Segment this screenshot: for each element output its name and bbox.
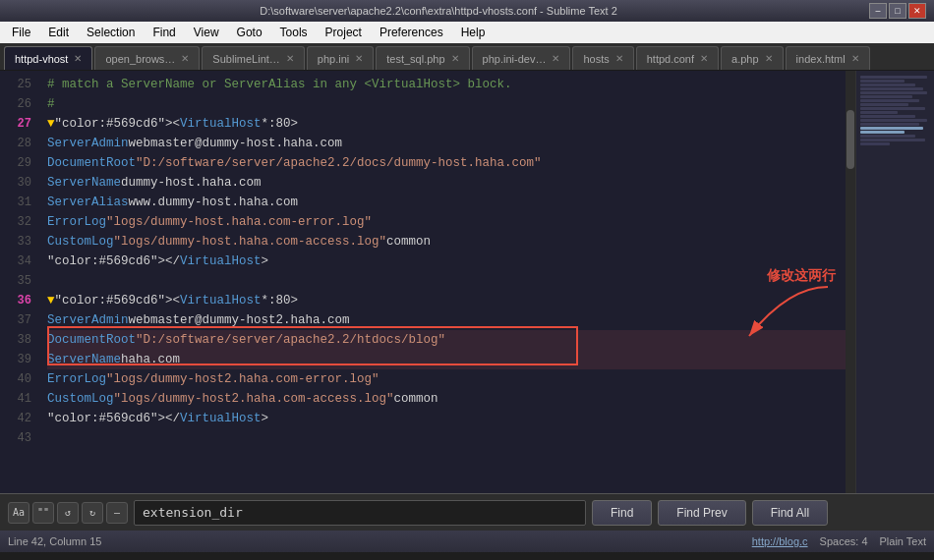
menu-view[interactable]: View	[186, 24, 227, 41]
title-bar: D:\software\server\apache2.2\conf\extra\…	[0, 0, 934, 22]
find-bar: Aa""↺↻– Find Find Prev Find All	[0, 493, 934, 531]
line-num-29: 29	[0, 153, 31, 173]
spaces-indicator: Spaces: 4	[820, 535, 868, 547]
find-all-button[interactable]: Find All	[752, 500, 828, 526]
window-controls: – □ ✕	[869, 3, 926, 19]
line-num-30: 30	[0, 173, 31, 193]
tab-SublimeLint[interactable]: SublimeLint…✕	[202, 46, 304, 70]
line-num-32: 32	[0, 212, 31, 232]
line-num-38: 38	[0, 330, 31, 350]
code-line-43	[47, 428, 846, 448]
code-line-36: ▼ "color:#569cd6"><VirtualHost *:80>	[47, 291, 846, 310]
vertical-scrollbar[interactable]	[846, 71, 855, 493]
line-num-31: 31	[0, 193, 31, 212]
code-line-29: DocumentRoot "D:/software/server/apache2…	[47, 153, 846, 173]
tab-openbrows[interactable]: open_brows…✕	[94, 46, 200, 70]
line-num-37: 37	[0, 310, 31, 330]
line-num-33: 33	[0, 232, 31, 252]
cursor-position: Line 42, Column 15	[8, 535, 101, 547]
minimize-button[interactable]: –	[869, 3, 887, 19]
menu-bar: File Edit Selection Find View Goto Tools…	[0, 22, 934, 43]
code-line-30: ServerName dummy-host.haha.com	[47, 173, 846, 193]
maximize-button[interactable]: □	[889, 3, 906, 19]
tab-phpinidev[interactable]: php.ini-dev…✕	[472, 46, 571, 70]
find-prev-button[interactable]: Find Prev	[658, 500, 745, 526]
editor-container: 25262728293031323334353637383940414243 #…	[0, 71, 934, 493]
find-opt-4[interactable]: –	[106, 502, 128, 524]
status-left: Line 42, Column 15	[8, 535, 101, 547]
code-line-32: ErrorLog "logs/dummy-host.haha.com-error…	[47, 212, 846, 232]
line-num-25: 25	[0, 75, 31, 94]
code-line-26: #	[47, 94, 846, 114]
line-num-41: 41	[0, 389, 31, 409]
code-line-39: ServerName haha.com	[47, 350, 846, 369]
menu-help[interactable]: Help	[453, 24, 494, 41]
find-opt-1[interactable]: ""	[32, 502, 54, 524]
tab-httpdvhost[interactable]: httpd-vhost✕	[4, 46, 92, 70]
code-line-27: ▼ "color:#569cd6"><VirtualHost *:80>	[47, 114, 846, 134]
tab-aphp[interactable]: a.php✕	[721, 46, 784, 70]
menu-goto[interactable]: Goto	[229, 24, 270, 41]
minimap	[855, 71, 934, 493]
line-num-26: 26	[0, 94, 31, 114]
find-opt-2[interactable]: ↺	[57, 502, 79, 524]
find-input-wrapper	[134, 500, 586, 526]
line-num-40: 40	[0, 369, 31, 389]
code-line-31: ServerAlias www.dummy-host.haha.com	[47, 193, 846, 212]
tab-testsqlphp[interactable]: test_sql.php✕	[376, 46, 469, 70]
menu-find[interactable]: Find	[145, 24, 183, 41]
status-right: http://blog.c Spaces: 4 Plain Text	[752, 535, 926, 547]
line-num-39: 39	[0, 350, 31, 369]
menu-tools[interactable]: Tools	[272, 24, 316, 41]
close-button[interactable]: ✕	[908, 3, 926, 19]
line-num-43: 43	[0, 428, 31, 448]
code-content[interactable]: # match a ServerName or ServerAlias in a…	[39, 71, 846, 452]
find-options: Aa""↺↻–	[8, 502, 128, 524]
line-num-28: 28	[0, 134, 31, 153]
code-line-38: DocumentRoot "D:/software/server/apache2…	[47, 330, 846, 350]
find-opt-0[interactable]: Aa	[8, 502, 29, 524]
status-link[interactable]: http://blog.c	[752, 535, 808, 547]
code-line-35	[47, 271, 846, 291]
menu-preferences[interactable]: Preferences	[372, 24, 451, 41]
code-line-33: CustomLog "logs/dummy-host.haha.com-acce…	[47, 232, 846, 252]
tab-bar: httpd-vhost✕open_brows…✕SublimeLint…✕php…	[0, 43, 934, 71]
window-title: D:\software\server\apache2.2\conf\extra\…	[8, 5, 869, 17]
find-input[interactable]	[134, 500, 586, 526]
menu-project[interactable]: Project	[318, 24, 370, 41]
code-line-40: ErrorLog "logs/dummy-host2.haha.com-erro…	[47, 369, 846, 389]
code-line-28: ServerAdmin webmaster@dummy-host.haha.co…	[47, 134, 846, 153]
line-num-27: 27	[0, 114, 31, 134]
code-line-25: # match a ServerName or ServerAlias in a…	[47, 75, 846, 94]
scrollbar-thumb[interactable]	[846, 110, 854, 169]
line-num-42: 42	[0, 409, 31, 428]
tab-phpini[interactable]: php.ini✕	[307, 46, 374, 70]
tab-httpdconf[interactable]: httpd.conf✕	[636, 46, 719, 70]
find-button[interactable]: Find	[592, 500, 652, 526]
line-num-34: 34	[0, 252, 31, 271]
status-bar: Line 42, Column 15 http://blog.c Spaces:…	[0, 531, 934, 552]
encoding-indicator: Plain Text	[880, 535, 927, 547]
code-line-41: CustomLog "logs/dummy-host2.haha.com-acc…	[47, 389, 846, 409]
menu-selection[interactable]: Selection	[79, 24, 143, 41]
line-num-36: 36	[0, 291, 31, 310]
line-num-35: 35	[0, 271, 31, 291]
code-line-42: "color:#569cd6"></VirtualHost>	[47, 409, 846, 428]
menu-edit[interactable]: Edit	[40, 24, 77, 41]
code-line-34: "color:#569cd6"></VirtualHost>	[47, 252, 846, 271]
line-numbers: 25262728293031323334353637383940414243	[0, 71, 39, 493]
tab-indexhtml[interactable]: index.html✕	[786, 46, 870, 70]
tab-hosts[interactable]: hosts✕	[572, 46, 633, 70]
find-opt-3[interactable]: ↻	[82, 502, 103, 524]
menu-file[interactable]: File	[4, 24, 38, 41]
code-line-37: ServerAdmin webmaster@dummy-host2.haha.c…	[47, 310, 846, 330]
